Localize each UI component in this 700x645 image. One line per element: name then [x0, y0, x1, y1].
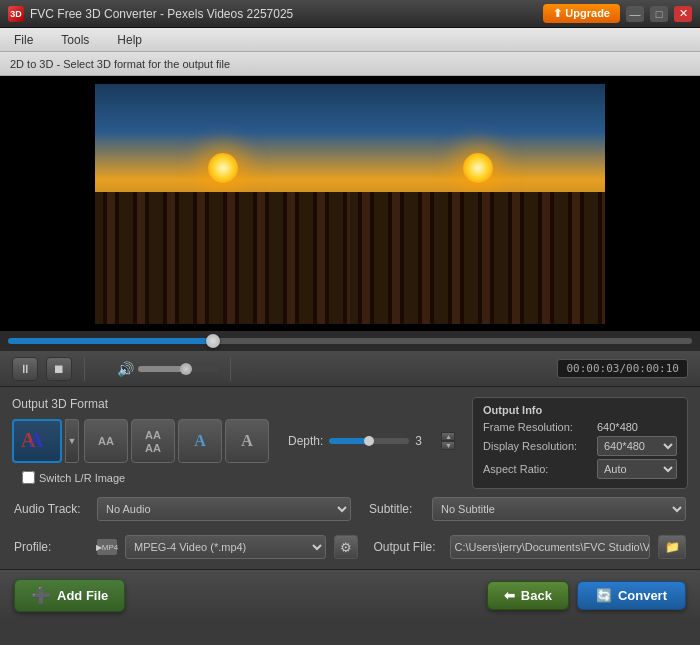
browse-folder-button[interactable]: 📁: [658, 535, 686, 559]
depth-spin-up[interactable]: ▲: [441, 432, 455, 441]
display-res-select[interactable]: 640*480 1280*720 1920*1080: [597, 436, 677, 456]
video-preview: [95, 84, 605, 324]
format-anaglyph-dropdown[interactable]: ▼: [65, 419, 79, 463]
format-left: Output 3D Format A A ▼ AA: [12, 397, 455, 484]
add-file-label: Add File: [57, 588, 108, 603]
format-info-row: Output 3D Format A A ▼ AA: [12, 397, 688, 489]
controls-area: ⏸ ⏹ 🔊 00:00:03/00:00:10: [0, 351, 700, 387]
menu-file[interactable]: File: [8, 31, 39, 49]
title-bar-left: 3D FVC Free 3D Converter - Pexels Videos…: [8, 6, 293, 22]
volume-area: 🔊: [117, 361, 218, 377]
aspect-ratio-row: Aspect Ratio: Auto 16:9 4:3 1:1: [483, 459, 677, 479]
format-anaglyph-button[interactable]: A A: [12, 419, 62, 463]
video-right: [350, 84, 605, 324]
title-text: FVC Free 3D Converter - Pexels Videos 22…: [30, 7, 293, 21]
volume-track[interactable]: [138, 366, 218, 372]
anaglyph-icon: A A: [19, 427, 55, 455]
status-bar: 2D to 3D - Select 3D format for the outp…: [0, 52, 700, 76]
subtitle-label: Subtitle:: [369, 502, 424, 516]
tb-icon: AA AA: [145, 429, 161, 454]
bottom-bar: ➕ Add File ⬅ Back 🔄 Convert: [0, 569, 700, 621]
time-display: 00:00:03/00:00:10: [557, 359, 688, 378]
menu-tools[interactable]: Tools: [55, 31, 95, 49]
profile-label: Profile:: [14, 540, 89, 554]
pause-button[interactable]: ⏸: [12, 357, 38, 381]
depth-value: 3: [415, 434, 435, 448]
seekbar-thumb[interactable]: [206, 334, 220, 348]
output-info: Output Info Frame Resolution: 640*480 Di…: [472, 397, 688, 489]
depth-spinner[interactable]: ▲ ▼: [441, 432, 455, 450]
depth-spin-down[interactable]: ▼: [441, 441, 455, 450]
frame-res-value: 640*480: [597, 421, 638, 433]
settings-area: Output 3D Format A A ▼ AA: [0, 387, 700, 569]
profile-icon: ▶MP4: [97, 539, 117, 555]
buildings-left: [95, 192, 350, 324]
profile-settings-button[interactable]: ⚙: [334, 535, 358, 559]
switch-lr-label[interactable]: Switch L/R Image: [39, 472, 125, 484]
depth-track[interactable]: [329, 438, 409, 444]
title-controls: ⬆ Upgrade — □ ✕: [543, 4, 692, 23]
format-sbs-button[interactable]: AA: [84, 419, 128, 463]
back-icon: ⬅: [504, 588, 515, 603]
format-tb-button[interactable]: AA AA: [131, 419, 175, 463]
seekbar-track[interactable]: [8, 338, 692, 344]
output-format-label: Output 3D Format: [12, 397, 108, 411]
video-scene-right: [350, 84, 605, 324]
audio-track-select[interactable]: No Audio: [97, 497, 351, 521]
menu-help[interactable]: Help: [111, 31, 148, 49]
minimize-button[interactable]: —: [626, 6, 644, 22]
upgrade-button[interactable]: ⬆ Upgrade: [543, 4, 620, 23]
output-info-title: Output Info: [483, 404, 677, 416]
close-button[interactable]: ✕: [674, 6, 692, 22]
status-text: 2D to 3D - Select 3D format for the outp…: [10, 58, 230, 70]
profile-output-row: Profile: ▶MP4 MPEG-4 Video (*.mp4) ⚙ Out…: [12, 535, 688, 559]
profile-select[interactable]: MPEG-4 Video (*.mp4): [125, 535, 326, 559]
audio-track-label: Audio Track:: [14, 502, 89, 516]
volume-icon: 🔊: [117, 361, 134, 377]
output-file-label: Output File:: [374, 540, 442, 554]
buildings-right: [350, 192, 605, 324]
menu-bar: File Tools Help: [0, 28, 700, 52]
switch-lr-area: Switch L/R Image: [22, 471, 455, 484]
depth-area: Depth: 3 ▲ ▼: [288, 432, 455, 450]
stop-button[interactable]: ⏹: [46, 357, 72, 381]
depth-label: Depth:: [288, 434, 323, 448]
right-buttons: ⬅ Back 🔄 Convert: [487, 581, 686, 610]
sun-left: [208, 153, 238, 183]
switch-lr-checkbox[interactable]: [22, 471, 35, 484]
add-file-icon: ➕: [31, 586, 51, 605]
maximize-button[interactable]: □: [650, 6, 668, 22]
frame-res-label: Frame Resolution:: [483, 421, 593, 433]
audio-subtitle-row: Audio Track: No Audio Subtitle: No Subti…: [12, 497, 688, 521]
depth-thumb[interactable]: [364, 436, 374, 446]
volume-thumb[interactable]: [180, 363, 192, 375]
title-bar: 3D FVC Free 3D Converter - Pexels Videos…: [0, 0, 700, 28]
sbs-icon: AA: [98, 435, 114, 447]
display-res-row: Display Resolution: 640*480 1280*720 192…: [483, 436, 677, 456]
subtitle-select[interactable]: No Subtitle: [432, 497, 686, 521]
add-file-button[interactable]: ➕ Add File: [14, 579, 125, 612]
back-button[interactable]: ⬅ Back: [487, 581, 569, 610]
preview-area: [0, 76, 700, 331]
output-file-path: C:\Users\jerry\Documents\FVC Studio\V...: [450, 535, 651, 559]
format-depth-button[interactable]: A: [178, 419, 222, 463]
format-split-button[interactable]: A: [225, 419, 269, 463]
video-scene-left: [95, 84, 350, 324]
app-icon: 3D: [8, 6, 24, 22]
video-left: [95, 84, 350, 324]
display-res-label: Display Resolution:: [483, 440, 593, 452]
convert-label: Convert: [618, 588, 667, 603]
aspect-ratio-select[interactable]: Auto 16:9 4:3 1:1: [597, 459, 677, 479]
aspect-ratio-label: Aspect Ratio:: [483, 463, 593, 475]
depth-icon: A: [194, 432, 206, 450]
split-icon: A: [241, 432, 253, 450]
volume-separator: [230, 357, 231, 381]
frame-res-row: Frame Resolution: 640*480: [483, 421, 677, 433]
convert-icon: 🔄: [596, 588, 612, 603]
seekbar-area[interactable]: [0, 331, 700, 351]
sun-right: [463, 153, 493, 183]
convert-button[interactable]: 🔄 Convert: [577, 581, 686, 610]
controls-separator: [84, 357, 85, 381]
back-label: Back: [521, 588, 552, 603]
